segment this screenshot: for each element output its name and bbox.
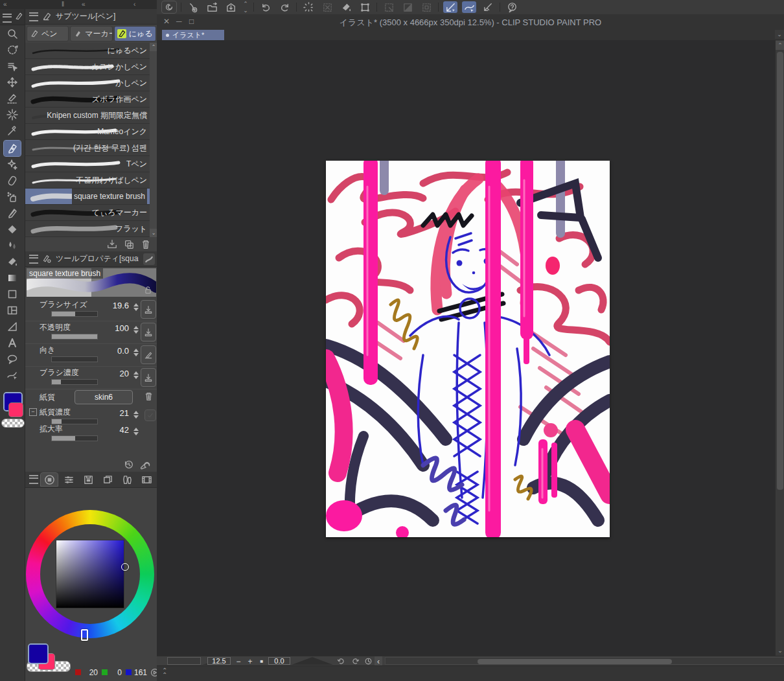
tool-fill-bucket[interactable] (4, 254, 21, 270)
open-file-icon[interactable] (205, 1, 219, 13)
unlock-icon[interactable] (144, 286, 152, 294)
tool-pen[interactable] (4, 141, 21, 156)
main-color-swatch[interactable] (28, 643, 49, 664)
texture-select-button[interactable]: skin6 (75, 390, 133, 404)
opacity-slider[interactable] (51, 334, 98, 340)
hue-marker[interactable] (81, 629, 88, 641)
zoom-value[interactable]: 12.5 (207, 657, 231, 665)
spinner[interactable] (133, 347, 139, 358)
sub-color-swatch[interactable] (8, 402, 23, 417)
direction-slider[interactable] (51, 356, 98, 362)
horizontal-scrollbar[interactable]: › (385, 657, 784, 665)
property-value[interactable]: 21 (103, 408, 129, 418)
tool-auto-select[interactable] (4, 107, 21, 122)
tool-layer-move[interactable] (4, 75, 21, 90)
spinner[interactable] (133, 325, 139, 335)
vertical-scroll-thumb[interactable] (777, 52, 783, 490)
property-value[interactable]: 19.6 (103, 301, 129, 310)
delete-sub-tool-icon[interactable] (141, 239, 151, 249)
color-history-tab[interactable] (138, 473, 155, 486)
delete-texture-icon[interactable] (144, 391, 154, 401)
brush-item[interactable]: ズボラ作画ペン (25, 91, 157, 108)
snap-to-ruler-icon[interactable] (443, 1, 457, 13)
tool-menu-icon[interactable] (3, 14, 12, 23)
help-icon[interactable] (505, 1, 519, 13)
collapse-left-small-icon[interactable]: ‹ (375, 656, 382, 666)
property-value[interactable]: 20 (103, 369, 129, 378)
sub-tool-menu-icon[interactable] (29, 12, 38, 21)
brush-item[interactable]: フラット (25, 221, 157, 237)
tool-rotate-canvas[interactable] (4, 42, 21, 58)
save-options-chevron-icon[interactable]: ⌃⌄ (242, 1, 249, 13)
property-value[interactable]: 0.0 (103, 346, 129, 356)
brush-item[interactable]: (기간 한정 무료) 섬펜 (25, 140, 157, 156)
property-value[interactable]: 42 (103, 425, 129, 435)
density-slider[interactable] (51, 379, 98, 385)
redo-icon[interactable] (277, 1, 292, 13)
transparent-color-swatch[interactable] (1, 419, 25, 428)
duplicate-sub-tool-icon[interactable] (124, 239, 134, 249)
artwork-canvas[interactable] (326, 161, 610, 537)
tilt-dynamics-button[interactable] (141, 345, 156, 364)
fill-icon[interactable] (339, 1, 353, 13)
rotate-cw-icon[interactable] (350, 656, 360, 666)
brush-item[interactable]: てぃろマーカー (25, 205, 157, 221)
tool-calligraphy-pen[interactable] (4, 205, 21, 221)
actual-size-icon[interactable]: ■ (257, 656, 267, 666)
color-slider-tab[interactable] (60, 473, 77, 486)
tool-blend-capsule[interactable] (4, 173, 21, 189)
scroll-down-icon[interactable]: ⌄ (776, 646, 784, 655)
spinner[interactable] (133, 426, 139, 437)
right-collapse-chevron-icon[interactable]: ⌄ (775, 30, 784, 39)
rotation-wedge[interactable] (292, 657, 333, 665)
zoom-in-icon[interactable]: + (245, 656, 255, 666)
tool-operation[interactable] (4, 58, 21, 74)
brush-item[interactable]: Tペン (25, 156, 157, 172)
tool-zoom[interactable] (4, 26, 21, 41)
group-tab-pen[interactable]: ペン (27, 26, 69, 41)
dynamics-button[interactable] (141, 323, 156, 341)
restore-initial-settings-icon[interactable] (124, 459, 134, 470)
group-tab-marker[interactable]: マーカー (70, 26, 112, 41)
new-canvas-icon[interactable] (186, 1, 200, 13)
deselect-icon[interactable] (301, 1, 316, 13)
sv-marker[interactable] (121, 563, 129, 571)
tool-eyedropper[interactable] (4, 123, 21, 139)
dynamics-button[interactable] (141, 300, 156, 319)
tool-tab-pen-icon[interactable] (14, 12, 23, 21)
rotate-ccw-icon[interactable] (336, 656, 346, 666)
tool-gradient[interactable] (4, 270, 21, 286)
collapse-left-icon[interactable]: « (3, 0, 7, 9)
tool-airbrush[interactable] (4, 189, 21, 205)
tool-frame-border[interactable] (4, 303, 21, 318)
brush-item-selected[interactable]: square texture brush (25, 189, 157, 205)
brush-size-tab-icon[interactable] (143, 253, 155, 265)
color-wheel-tab[interactable] (41, 473, 58, 486)
intermediate-color-tab[interactable] (99, 473, 116, 486)
tool-property-menu-icon[interactable] (29, 255, 38, 264)
snap-to-special-ruler-icon[interactable] (462, 1, 476, 13)
horizontal-scroll-thumb[interactable] (478, 659, 672, 664)
dynamics-button[interactable] (141, 368, 156, 387)
brush-item[interactable]: にゅるペン (25, 43, 157, 59)
tool-eraser[interactable] (4, 222, 21, 237)
texture-checkbox[interactable] (144, 410, 156, 421)
spinner[interactable] (133, 302, 139, 312)
brush-item[interactable]: Mameoインク (25, 124, 157, 140)
clip-studio-logo-icon[interactable] (162, 1, 176, 13)
property-value[interactable]: 100 (103, 323, 129, 333)
expand-up-double-icon[interactable]: ⌃⌃ (162, 668, 167, 677)
tool-balloon[interactable] (4, 351, 21, 367)
brush-item[interactable]: カスレかしペン (25, 59, 157, 75)
tool-figure[interactable] (4, 286, 21, 302)
approximate-color-tab[interactable] (119, 473, 135, 486)
collapse-left-icon[interactable]: « (82, 0, 86, 9)
settings-wrench-icon[interactable] (141, 459, 151, 470)
save-icon[interactable] (224, 1, 238, 13)
vertical-scrollbar[interactable]: ⌃ ⌄ (775, 40, 784, 656)
collapse-small-icon[interactable]: ‹ (133, 0, 135, 9)
tool-blend-water[interactable] (4, 238, 21, 253)
reset-rotation-icon[interactable] (363, 656, 373, 666)
saturation-value-square[interactable] (56, 540, 124, 608)
zoom-track-left[interactable] (167, 657, 201, 665)
